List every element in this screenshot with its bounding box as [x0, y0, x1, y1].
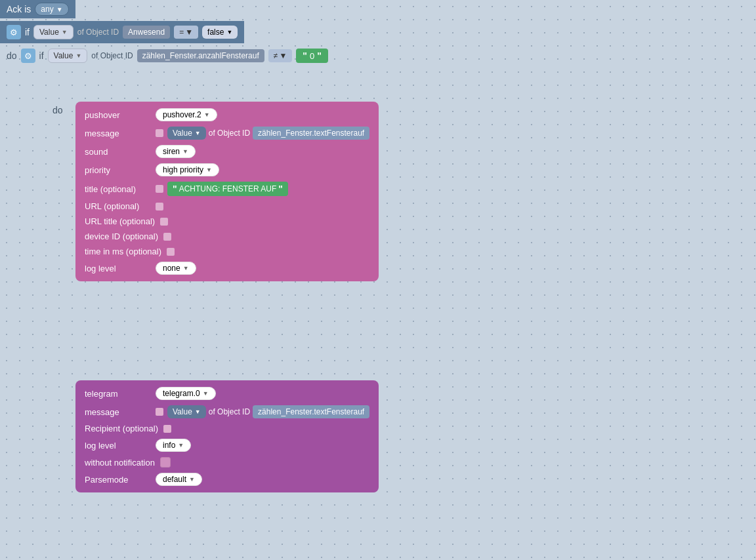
telegram-loglevel-row: log level info ▼: [85, 439, 369, 452]
object-id-4: zählen_Fenster.textFensterauf: [253, 405, 369, 418]
parsemode-label: Parsemode: [85, 475, 150, 485]
telegram-row: telegram telegram.0 ▼: [85, 387, 369, 400]
value-badge-2[interactable]: Value ▼: [167, 405, 206, 418]
title-connector: [156, 185, 163, 193]
title-badge: " ACHTUNG: FENSTER AUF ": [167, 182, 288, 196]
pushover-loglevel-row: log level none ▼: [85, 262, 369, 275]
value-badge-1[interactable]: Value ▼: [167, 127, 206, 140]
log-level-dropdown-2[interactable]: info ▼: [156, 439, 191, 452]
recipient-connector: [163, 425, 171, 433]
device-id-connector: [163, 233, 171, 241]
recipient-label: Recipient (optional): [85, 424, 158, 433]
url-title-label: URL title (optional): [85, 216, 155, 226]
ack-bar: Ack is any ▼: [0, 0, 75, 18]
url-label: URL (optional): [85, 201, 150, 211]
pushover-sound-row: sound siren ▼: [85, 145, 369, 158]
of-text-2: of Object ID: [91, 51, 133, 60]
priority-label: priority: [85, 165, 150, 175]
title-label: title (optional): [85, 184, 150, 194]
object-id-badge-2: zählen_Fenster.anzahlFensterauf: [137, 49, 264, 62]
do-label-2: do: [52, 105, 63, 115]
telegram-parsemode-row: Parsemode default ▼: [85, 473, 369, 486]
equals-pill-1[interactable]: = ▼: [174, 26, 198, 39]
message-label-1: message: [85, 129, 150, 138]
pushover-priority-row: priority high priority ▼: [85, 163, 369, 176]
pushover-url-title-row: URL title (optional): [85, 216, 369, 226]
time-label: time in ms (optional): [85, 247, 161, 256]
ack-arrow: ▼: [56, 6, 63, 13]
neq-pill[interactable]: ≠ ▼: [268, 49, 292, 62]
of-text-1: of Object ID: [77, 28, 119, 37]
sound-label: sound: [85, 147, 150, 157]
ack-label: Ack is: [7, 4, 31, 14]
value-pill-1[interactable]: Value ▼: [33, 25, 74, 39]
pushover-block: pushover pushover.2 ▼ message Value ▼ of…: [75, 102, 379, 281]
telegram-without-notification-row: without notification: [85, 457, 369, 468]
ack-dropdown[interactable]: any ▼: [35, 3, 68, 16]
telegram-msg-connector: [156, 408, 163, 416]
if-row: ⚙ if Value ▼ of Object ID Anwesend = ▼ f…: [0, 21, 244, 43]
time-connector: [167, 248, 175, 256]
message-connector-1: [156, 129, 163, 137]
pushover-time-row: time in ms (optional): [85, 247, 369, 256]
parsemode-dropdown[interactable]: default ▼: [156, 473, 202, 486]
message-label-2: message: [85, 407, 150, 417]
pushover-service-dropdown[interactable]: pushover.2 ▼: [156, 108, 217, 121]
pushover-title-row: title (optional) " ACHTUNG: FENSTER AUF …: [85, 182, 369, 196]
do-label-1: do: [7, 50, 17, 61]
gear-button-1[interactable]: ⚙: [7, 25, 21, 39]
value-pill-2[interactable]: Value ▼: [48, 49, 88, 63]
log-level-label-1: log level: [85, 264, 150, 273]
url-connector: [156, 203, 163, 210]
url-title-connector: [160, 218, 168, 226]
false-pill-1[interactable]: false ▼: [202, 26, 238, 39]
if-label-2: if: [39, 50, 44, 61]
log-level-label-2: log level: [85, 441, 150, 450]
sound-dropdown[interactable]: siren ▼: [156, 145, 196, 158]
telegram-message-row: message Value ▼ of Object ID zählen_Fens…: [85, 405, 369, 418]
device-id-label: device ID (optional): [85, 231, 158, 241]
do-if-row: do ⚙ if Value ▼ of Object ID zählen_Fens…: [0, 45, 335, 67]
without-notification-label: without notification: [85, 458, 155, 468]
pushover-device-row: device ID (optional): [85, 231, 369, 241]
pushover-label: pushover: [85, 110, 150, 120]
telegram-recipient-row: Recipient (optional): [85, 424, 369, 433]
without-notification-checkbox[interactable]: [160, 457, 171, 468]
of-text-4: of Object ID: [209, 407, 250, 416]
telegram-service-dropdown[interactable]: telegram.0 ▼: [156, 387, 216, 400]
of-text-3: of Object ID: [209, 129, 250, 138]
if-label-1: if: [25, 27, 30, 37]
pushover-message-row: message Value ▼ of Object ID zählen_Fens…: [85, 127, 369, 140]
pushover-row: pushover pushover.2 ▼: [85, 108, 369, 121]
zero-badge: " 0 ": [296, 49, 328, 63]
gear-button-2[interactable]: ⚙: [21, 49, 35, 63]
telegram-block: telegram telegram.0 ▼ message Value ▼ of…: [75, 380, 379, 492]
pushover-url-row: URL (optional): [85, 201, 369, 211]
object-id-3: zählen_Fenster.textFensterauf: [253, 127, 369, 140]
priority-dropdown[interactable]: high priority ▼: [156, 163, 219, 176]
telegram-label: telegram: [85, 389, 150, 399]
log-level-dropdown-1[interactable]: none ▼: [156, 262, 196, 275]
object-id-badge-1: Anwesend: [123, 26, 170, 39]
